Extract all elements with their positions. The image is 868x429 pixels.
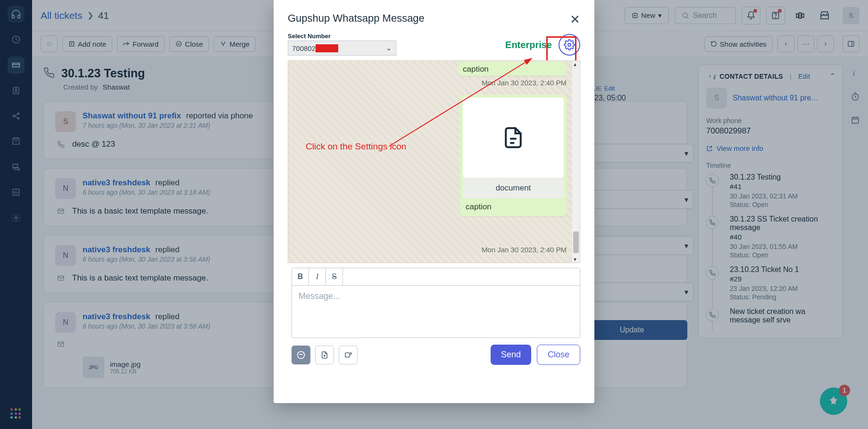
svg-point-24 bbox=[300, 354, 300, 355]
scroll-thumb[interactable] bbox=[573, 231, 579, 253]
chat-scrollbar[interactable]: ▴ ▾ bbox=[572, 61, 580, 263]
chat-bubble: caption bbox=[458, 62, 567, 76]
chevron-down-icon: ⌄ bbox=[386, 44, 392, 52]
modal-close-button[interactable]: ✕ bbox=[570, 12, 580, 27]
select-number-dropdown[interactable]: 700802XXXX ⌄ bbox=[288, 41, 396, 56]
italic-button[interactable]: I bbox=[309, 268, 326, 285]
svg-rect-27 bbox=[345, 353, 350, 357]
chat-timestamp: Mon Jan 30 2023, 2:40 PM bbox=[482, 246, 567, 254]
message-input[interactable]: Message... bbox=[292, 286, 580, 338]
svg-point-25 bbox=[302, 354, 302, 355]
message-editor: B I S Message... bbox=[292, 268, 580, 338]
modal-title: Gupshup Whatsapp Message bbox=[288, 12, 425, 25]
scroll-up-icon[interactable]: ▴ bbox=[574, 61, 578, 67]
chat-area: caption Mon Jan 30 2023, 2:40 PM documen… bbox=[288, 60, 580, 263]
select-number-label: Select Number bbox=[288, 33, 396, 40]
attach-file-button[interactable] bbox=[315, 346, 334, 364]
document-icon bbox=[501, 125, 526, 150]
chat-timestamp: Mon Jan 30 2023, 2:40 PM bbox=[482, 79, 567, 87]
document-label: document bbox=[463, 178, 564, 198]
emoji-button[interactable] bbox=[292, 346, 310, 364]
svg-point-22 bbox=[568, 43, 571, 46]
send-button[interactable]: Send bbox=[491, 345, 531, 365]
annotation-text: Click on the Settings icon bbox=[306, 141, 406, 152]
enterprise-label: Enterprise bbox=[505, 40, 552, 50]
scroll-down-icon[interactable]: ▾ bbox=[574, 256, 578, 263]
document-preview[interactable] bbox=[463, 98, 564, 178]
gear-icon bbox=[564, 39, 575, 50]
settings-button[interactable] bbox=[559, 34, 580, 56]
chat-bubble: document caption bbox=[460, 95, 567, 216]
bold-button[interactable]: B bbox=[292, 268, 309, 285]
close-modal-button[interactable]: Close bbox=[537, 345, 580, 365]
svg-point-26 bbox=[301, 354, 301, 355]
template-button[interactable] bbox=[339, 346, 358, 364]
whatsapp-modal: Gupshup Whatsapp Message ✕ Select Number… bbox=[274, 0, 594, 403]
strikethrough-button[interactable]: S bbox=[326, 268, 343, 285]
editor-toolbar: B I S bbox=[292, 268, 580, 286]
